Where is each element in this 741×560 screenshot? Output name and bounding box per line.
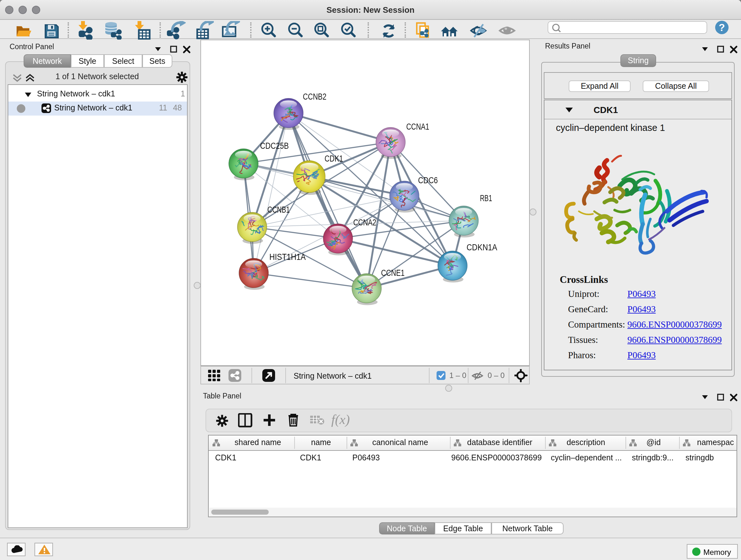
svg-text:CDK1: CDK1 <box>325 154 343 164</box>
svg-text:CCNB2: CCNB2 <box>303 92 327 102</box>
svg-text:CDKN1A: CDKN1A <box>467 243 497 252</box>
svg-text:CDC25B: CDC25B <box>260 141 289 151</box>
svg-text:CCNB1: CCNB1 <box>267 205 290 214</box>
svg-text:CDC6: CDC6 <box>418 176 438 185</box>
svg-text:CCNE1: CCNE1 <box>381 268 405 278</box>
svg-text:HIST1H1A: HIST1H1A <box>269 252 306 262</box>
svg-text:CCNA1: CCNA1 <box>406 122 429 132</box>
svg-text:?: ? <box>719 22 725 33</box>
svg-text:RB1: RB1 <box>480 193 492 203</box>
svg-text:CCNA2: CCNA2 <box>353 218 376 227</box>
